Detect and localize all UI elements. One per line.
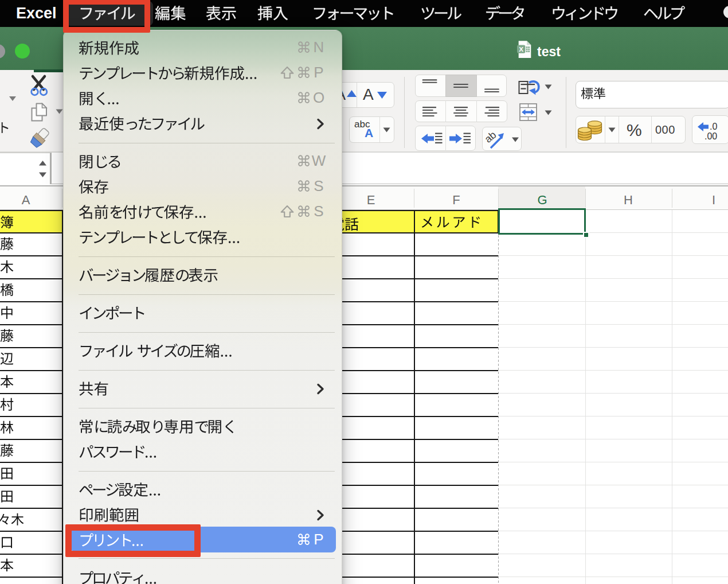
svg-text:.00: .00 bbox=[704, 131, 717, 141]
svg-text:X: X bbox=[519, 45, 523, 53]
svg-text:.0: .0 bbox=[710, 122, 717, 131]
